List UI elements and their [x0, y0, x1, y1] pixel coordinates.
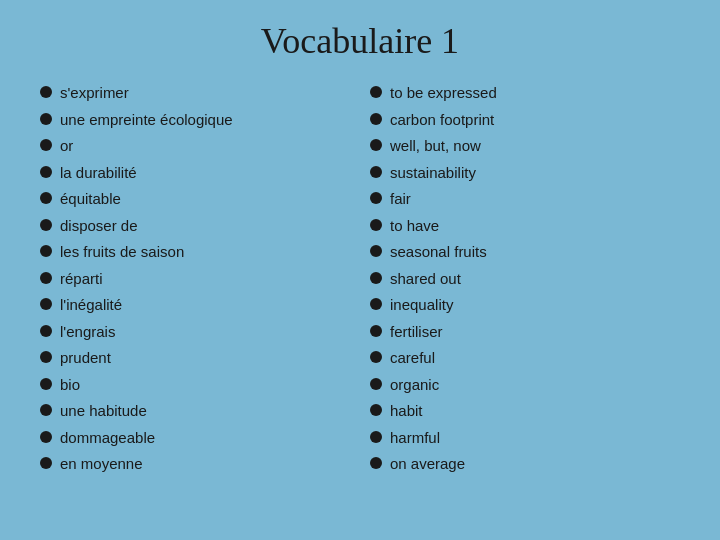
- list-item: seasonal fruits: [370, 241, 680, 264]
- vocab-translation: inequality: [390, 294, 453, 317]
- bullet-icon: [370, 325, 382, 337]
- bullet-icon: [40, 272, 52, 284]
- bullet-icon: [370, 245, 382, 257]
- bullet-icon: [370, 192, 382, 204]
- bullet-icon: [40, 457, 52, 469]
- bullet-icon: [370, 431, 382, 443]
- bullet-icon: [370, 457, 382, 469]
- bullet-icon: [40, 431, 52, 443]
- vocab-term: disposer de: [60, 215, 138, 238]
- left-vocab-list: s'exprimerune empreinte écologiqueorla d…: [40, 82, 350, 480]
- vocab-term: équitable: [60, 188, 121, 211]
- list-item: l'engrais: [40, 321, 350, 344]
- bullet-icon: [40, 113, 52, 125]
- list-item: or: [40, 135, 350, 158]
- content-area: s'exprimerune empreinte écologiqueorla d…: [40, 82, 680, 480]
- vocab-term: en moyenne: [60, 453, 143, 476]
- page-title: Vocabulaire 1: [261, 20, 459, 62]
- list-item: to be expressed: [370, 82, 680, 105]
- vocab-translation: habit: [390, 400, 423, 423]
- bullet-icon: [40, 86, 52, 98]
- vocab-term: réparti: [60, 268, 103, 291]
- bullet-icon: [40, 404, 52, 416]
- bullet-icon: [40, 166, 52, 178]
- vocab-translation: to have: [390, 215, 439, 238]
- bullet-icon: [40, 192, 52, 204]
- bullet-icon: [40, 351, 52, 363]
- vocab-term: or: [60, 135, 73, 158]
- list-item: une empreinte écologique: [40, 109, 350, 132]
- list-item: s'exprimer: [40, 82, 350, 105]
- bullet-icon: [370, 166, 382, 178]
- vocab-translation: to be expressed: [390, 82, 497, 105]
- vocab-translation: on average: [390, 453, 465, 476]
- bullet-icon: [370, 86, 382, 98]
- bullet-icon: [370, 139, 382, 151]
- vocab-term: l'engrais: [60, 321, 115, 344]
- list-item: dommageable: [40, 427, 350, 450]
- bullet-icon: [370, 378, 382, 390]
- list-item: la durabilité: [40, 162, 350, 185]
- vocab-translation: well, but, now: [390, 135, 481, 158]
- vocab-translation: shared out: [390, 268, 461, 291]
- list-item: bio: [40, 374, 350, 397]
- vocab-translation: fertiliser: [390, 321, 443, 344]
- bullet-icon: [40, 298, 52, 310]
- bullet-icon: [40, 139, 52, 151]
- vocab-term: l'inégalité: [60, 294, 122, 317]
- bullet-icon: [370, 298, 382, 310]
- list-item: shared out: [370, 268, 680, 291]
- right-vocab-list: to be expressedcarbon footprintwell, but…: [370, 82, 680, 480]
- vocab-translation: sustainability: [390, 162, 476, 185]
- list-item: sustainability: [370, 162, 680, 185]
- list-item: réparti: [40, 268, 350, 291]
- list-item: carbon footprint: [370, 109, 680, 132]
- list-item: inequality: [370, 294, 680, 317]
- bullet-icon: [40, 325, 52, 337]
- bullet-icon: [40, 219, 52, 231]
- bullet-icon: [370, 219, 382, 231]
- list-item: well, but, now: [370, 135, 680, 158]
- vocab-term: prudent: [60, 347, 111, 370]
- vocab-term: dommageable: [60, 427, 155, 450]
- bullet-icon: [40, 245, 52, 257]
- bullet-icon: [40, 378, 52, 390]
- vocab-translation: harmful: [390, 427, 440, 450]
- bullet-icon: [370, 351, 382, 363]
- list-item: organic: [370, 374, 680, 397]
- list-item: fair: [370, 188, 680, 211]
- vocab-translation: carbon footprint: [390, 109, 494, 132]
- vocab-term: une habitude: [60, 400, 147, 423]
- list-item: habit: [370, 400, 680, 423]
- list-item: une habitude: [40, 400, 350, 423]
- vocab-translation: organic: [390, 374, 439, 397]
- vocab-term: la durabilité: [60, 162, 137, 185]
- list-item: disposer de: [40, 215, 350, 238]
- vocab-term: les fruits de saison: [60, 241, 184, 264]
- list-item: les fruits de saison: [40, 241, 350, 264]
- left-column: s'exprimerune empreinte écologiqueorla d…: [40, 82, 350, 480]
- list-item: en moyenne: [40, 453, 350, 476]
- page: Vocabulaire 1 s'exprimerune empreinte éc…: [0, 0, 720, 540]
- list-item: l'inégalité: [40, 294, 350, 317]
- vocab-term: s'exprimer: [60, 82, 129, 105]
- list-item: prudent: [40, 347, 350, 370]
- list-item: équitable: [40, 188, 350, 211]
- list-item: on average: [370, 453, 680, 476]
- list-item: careful: [370, 347, 680, 370]
- bullet-icon: [370, 113, 382, 125]
- bullet-icon: [370, 272, 382, 284]
- list-item: fertiliser: [370, 321, 680, 344]
- vocab-translation: careful: [390, 347, 435, 370]
- vocab-term: bio: [60, 374, 80, 397]
- list-item: to have: [370, 215, 680, 238]
- right-column: to be expressedcarbon footprintwell, but…: [370, 82, 680, 480]
- list-item: harmful: [370, 427, 680, 450]
- vocab-term: une empreinte écologique: [60, 109, 233, 132]
- vocab-translation: seasonal fruits: [390, 241, 487, 264]
- vocab-translation: fair: [390, 188, 411, 211]
- bullet-icon: [370, 404, 382, 416]
